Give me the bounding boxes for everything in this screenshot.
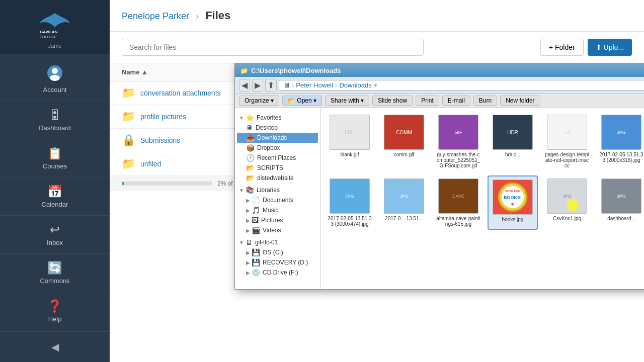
tree-item-downloads[interactable]: 📥 Downloads [237, 133, 318, 143]
tree-item-scripts[interactable]: 📂 SCRIPTS [237, 163, 318, 173]
organize-button[interactable]: Organize ▾ [239, 96, 279, 106]
tree-item-music[interactable]: ▶ 🎵 Music [237, 205, 318, 215]
list-item[interactable]: 📄 pages-design-template-red-export.imsc … [542, 112, 592, 171]
file-thumb-label: blank.gif [340, 152, 359, 157]
list-item[interactable]: JPG dashboard... [596, 175, 644, 230]
tree-item-dropbox[interactable]: 📦 Dropbox [237, 143, 318, 153]
scripts-icon: 📂 [246, 164, 255, 172]
burn-button[interactable]: Burn [473, 96, 497, 106]
list-item[interactable]: JPG 2017-0... 13.51... [379, 175, 429, 230]
sidebar-item-dashboard[interactable]: 🎛 Dashboard [0, 101, 110, 139]
courses-icon: 📋 [47, 146, 62, 160]
path-segment-downloads[interactable]: Downloads [339, 81, 371, 89]
tree-item-pictures[interactable]: ▶ 🖼 Pictures [237, 215, 318, 225]
breadcrumb-current: Files [205, 9, 230, 22]
sidebar-item-calendar-label: Calendar [42, 201, 68, 208]
tree-item-computer[interactable]: ▼ 🖥 gil-tlc-01 [237, 237, 318, 247]
explorer-title-text: C:\Users\phowell\Downloads [251, 67, 341, 74]
tree-item-videos[interactable]: ▶ 🎬 Videos [237, 225, 318, 235]
list-item[interactable]: CAVE altamira-cave-paintings-615.jpg [433, 175, 484, 230]
svg-point-4 [52, 68, 58, 74]
breadcrumb-user[interactable]: Penelope Parker [122, 11, 189, 21]
sidebar-item-calendar[interactable]: 📅 Calendar [0, 177, 110, 216]
tree-item-libraries[interactable]: ▼ 📚 Libraries [237, 185, 318, 195]
up-button[interactable]: ⬆ [265, 79, 277, 92]
list-item[interactable]: GIF blank.gif [325, 112, 375, 171]
sidebar-collapse-button[interactable]: ◀ [47, 337, 63, 357]
print-button[interactable]: Print [416, 96, 439, 106]
breadcrumb-separator: › [196, 11, 199, 21]
expand-icon: ▶ [246, 198, 250, 203]
tree-label-dropbox: Dropbox [257, 144, 280, 151]
file-thumb-label: 2017-0... 13.51... [385, 216, 423, 221]
open-button[interactable]: 📂 Open ▾ [282, 96, 322, 106]
file-thumb-label: hdr.c... [505, 152, 520, 157]
file-thumb-label: comm.gif [394, 152, 415, 157]
account-icon [47, 65, 63, 84]
file-name-link[interactable]: Submissions [140, 136, 180, 144]
list-item[interactable]: JPG 2017-02-05 13.51.33 (2000x316).jpg [596, 112, 644, 171]
back-button[interactable]: ◀ [239, 79, 250, 92]
list-item[interactable]: COMM comm.gif [379, 112, 429, 171]
tree-item-cddrive[interactable]: ▶ 💿 CD Drive (F:) [237, 267, 318, 278]
expand-icon: ▶ [246, 208, 250, 213]
svg-text:VOTE FOR: VOTE FOR [505, 190, 521, 193]
explorer-title-left: 📁 C:\Users\phowell\Downloads [240, 67, 341, 74]
music-icon: 🎵 [252, 206, 260, 214]
tree-label-music: Music [263, 207, 278, 214]
file-thumbnail: JPG [384, 178, 424, 214]
tree-label-cddrive: CD Drive (F:) [263, 269, 298, 276]
breadcrumb: Penelope Parker › Files [122, 9, 230, 22]
list-item[interactable]: GIF guy-smashes-the-computer_5225051_GIF… [433, 112, 484, 171]
explorer-files: GIF blank.gif COMM comm.gif GI [320, 108, 644, 289]
explorer-tree: ▼ ⭐ Favorites 🖥 Desktop 📥 Downloads [235, 108, 320, 289]
sidebar-item-commons[interactable]: 🔄 Commons [0, 254, 110, 292]
file-name-link[interactable]: profile pictures [140, 113, 186, 121]
list-item[interactable]: VOTE FOR BOOKS! 📚 books.jpg [488, 175, 538, 230]
file-thumbnail: CAVE [438, 178, 478, 214]
sidebar-item-inbox[interactable]: ↩ Inbox [0, 216, 110, 254]
tree-libraries-section: ▼ 📚 Libraries ▶ 📄 Documents ▶ 🎵 M [237, 185, 318, 235]
share-with-button[interactable]: Share with ▾ [325, 96, 369, 106]
upload-button[interactable]: ⬆ Uplo... [588, 39, 632, 56]
list-item[interactable]: HDR hdr.c... [488, 112, 538, 171]
tree-item-documents[interactable]: ▶ 📄 Documents [237, 195, 318, 205]
sidebar-item-help[interactable]: ❓ Help [0, 292, 110, 330]
file-thumb-label: 2017-02-05 13.51.33 (2000x316).jpg [599, 152, 643, 163]
expand-icon: ▼ [239, 188, 244, 193]
new-folder-button[interactable]: + Folder [540, 39, 584, 56]
sidebar-item-courses[interactable]: 📋 Courses [0, 139, 110, 177]
tree-item-osc[interactable]: ▶ 💾 OS (C:) [237, 247, 318, 257]
tree-item-disted[interactable]: 📂 distedwebsite [237, 173, 318, 183]
tree-item-favorites[interactable]: ▼ ⭐ Favorites [237, 113, 318, 123]
file-thumbnail: JPG [601, 115, 641, 150]
list-item[interactable]: JPG CsvKnc1.jpg [542, 175, 592, 230]
tree-label-videos: Videos [263, 227, 281, 234]
list-item[interactable]: JPG 2017-02-05 13.51.33 (3000x474).jpg [325, 175, 375, 230]
tree-label-recent: Recent Places [257, 154, 296, 161]
drive-c-icon: 💾 [252, 248, 260, 256]
tree-item-recent[interactable]: 🕐 Recent Places [237, 153, 318, 163]
storage-bar-background [122, 182, 212, 186]
forward-button[interactable]: ▶ [252, 79, 263, 92]
tree-item-desktop[interactable]: 🖥 Desktop [237, 123, 318, 133]
disted-icon: 📂 [246, 174, 255, 182]
computer-icon: 🖥 [246, 238, 253, 246]
new-folder-exp-button[interactable]: New folder [500, 96, 540, 106]
svg-text:BOOKS!: BOOKS! [504, 195, 522, 200]
slide-show-button[interactable]: Slide show [372, 96, 413, 106]
file-name-link[interactable]: unfiled [140, 160, 161, 168]
tree-label-desktop: Desktop [256, 124, 278, 131]
file-thumb-label: pages-design-template-red-export.imsc cc [545, 152, 589, 168]
tree-label-scripts: SCRIPTS [257, 164, 283, 171]
tree-item-recovery[interactable]: ▶ 💾 RECOVERY (D:) [237, 257, 318, 267]
file-thumbnail: COMM [384, 115, 424, 150]
file-thumb-label: dashboard... [607, 216, 635, 221]
sidebar-item-account[interactable]: Account [0, 58, 110, 101]
dropbox-icon: 📦 [246, 144, 255, 152]
path-segment-user[interactable]: Peter Howell [296, 81, 333, 89]
search-input[interactable] [122, 39, 424, 56]
file-name-link[interactable]: conversation attachments [140, 89, 221, 97]
email-button[interactable]: E-mail [442, 96, 470, 106]
file-thumbnail: GIF [438, 115, 478, 150]
